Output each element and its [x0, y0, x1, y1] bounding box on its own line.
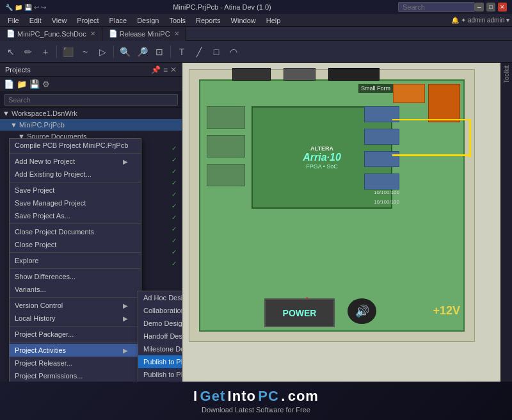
- canvas-area[interactable]: ALTERA Arria·10 FPGA • SoC: [182, 63, 500, 393]
- ctx-add-new[interactable]: Add New to Project ▶: [10, 155, 141, 168]
- close-button[interactable]: ✕: [498, 3, 507, 12]
- ctx-variants[interactable]: Variants...: [10, 283, 141, 296]
- context-menu-project: Compile PCB Project MiniPC.PrjPcb Add Ne…: [9, 138, 141, 393]
- pcb-orange-comp2: [428, 84, 460, 122]
- ctx-milestone-review[interactable]: Milestone Design Review...: [138, 343, 182, 355]
- ctx-close-docs-label: Close Project Documents: [15, 228, 94, 236]
- tab-icon: 📄: [6, 29, 15, 38]
- ctx-show-diff[interactable]: Show Differences...: [10, 270, 141, 283]
- watermark-banner: I Get Into PC . com Download Latest Soft…: [0, 382, 512, 420]
- toolbar-line[interactable]: ╱: [191, 44, 207, 60]
- ctx-packager-label: Project Packager...: [15, 330, 74, 338]
- small-block-right2: [364, 129, 399, 145]
- ctx-publish-select-label: Publish to PLM (user selects)...: [143, 371, 182, 378]
- ctx-activities[interactable]: Project Activities ▶: [10, 344, 141, 357]
- projects-search-input[interactable]: [4, 94, 178, 106]
- tree-workspace-label: Workspace1.DsnWrk: [12, 109, 77, 117]
- watermark-subtext: Download Latest Software for Free: [202, 406, 310, 414]
- check-icon3: ✓: [172, 168, 179, 175]
- ctx-save-managed[interactable]: Save Managed Project: [10, 197, 141, 209]
- ctx-save-as[interactable]: Save Project As...: [10, 209, 141, 222]
- ctx-permissions[interactable]: Project Permissions...: [10, 369, 141, 382]
- small-block-right3: [364, 151, 399, 167]
- proj-save-btn[interactable]: 💾: [29, 79, 40, 89]
- redo-icon[interactable]: ↪: [41, 4, 46, 11]
- menu-edit[interactable]: Edit: [24, 15, 47, 26]
- panel-pin-icon[interactable]: 📌: [151, 65, 161, 74]
- ctx-releaser[interactable]: Project Releaser...: [10, 357, 141, 369]
- toolbar-text[interactable]: T: [173, 44, 190, 60]
- ctx-close-docs[interactable]: Close Project Documents: [10, 225, 141, 238]
- menu-reports[interactable]: Reports: [191, 15, 226, 26]
- menu-project[interactable]: Project: [72, 15, 104, 26]
- menu-place[interactable]: Place: [104, 15, 132, 26]
- ctx-handoff-review[interactable]: Handoff Design Review...: [138, 330, 182, 343]
- tab-close-icon[interactable]: ✕: [90, 30, 95, 37]
- ctx-version-ctrl-label: Version Control: [15, 302, 63, 309]
- toolbar-zoom-in[interactable]: 🔍: [116, 44, 133, 60]
- undo-icon[interactable]: ↩: [34, 4, 39, 11]
- toolkit-label[interactable]: Toolkit: [503, 65, 510, 83]
- ctx-publish-select[interactable]: Publish to PLM (user selects)...: [138, 368, 182, 381]
- pcb-trace-v1: [469, 119, 471, 158]
- save-icon[interactable]: 💾: [24, 4, 32, 11]
- tab-release-minipc[interactable]: 📄 Release MiniPC ✕: [102, 27, 186, 41]
- tab-minpc-func[interactable]: 📄 MiniPC_Func.SchDoc ✕: [0, 27, 102, 41]
- ctx-adhoc-label: Ad Hoc Design Review...: [143, 294, 182, 302]
- toolbar-net[interactable]: ~: [77, 44, 93, 60]
- toolbar-fit[interactable]: ⊡: [151, 44, 168, 60]
- projects-panel: Projects 📌 ≡ ✕ 📄 📁 💾 ⚙ ▼ Workspace1.DsnW…: [0, 63, 182, 393]
- toolbar-arc[interactable]: ◠: [225, 44, 242, 60]
- proj-folder-btn[interactable]: 📁: [17, 79, 27, 89]
- ctx-adhoc-review[interactable]: Ad Hoc Design Review...: [138, 291, 182, 304]
- ctx-sep7: [10, 326, 141, 327]
- toolbar-component[interactable]: ⬛: [60, 44, 76, 60]
- ctx-close-project[interactable]: Close Project: [10, 238, 141, 251]
- user-info[interactable]: 🔔 ✦ admin admin ▾: [451, 17, 509, 24]
- check-icon5: ✓: [172, 191, 179, 198]
- ctx-local-history[interactable]: Local History ▶: [10, 312, 141, 325]
- maximize-button[interactable]: □: [486, 3, 495, 12]
- menu-view[interactable]: View: [47, 15, 72, 26]
- file-open-icon[interactable]: 📁: [15, 4, 22, 11]
- ctx-explore[interactable]: Explore: [10, 254, 141, 267]
- panel-close-icon[interactable]: ✕: [170, 65, 177, 74]
- proj-new-btn[interactable]: 📄: [4, 79, 14, 89]
- tab-close-icon2[interactable]: ✕: [174, 30, 179, 37]
- proj-settings-btn[interactable]: ⚙: [42, 79, 50, 89]
- chip-name: Arria·10: [303, 152, 341, 163]
- toolbar-zoom-out[interactable]: 🔎: [134, 44, 150, 60]
- toolbar-port[interactable]: ▷: [94, 44, 111, 60]
- watermark-logo-line: I Get Into PC . com: [193, 388, 319, 405]
- ctx-packager[interactable]: Project Packager...: [10, 328, 141, 341]
- ctx-compile[interactable]: Compile PCB Project MiniPC.PrjPcb: [10, 139, 141, 152]
- menu-help[interactable]: Help: [261, 15, 286, 26]
- pcb-small-form-label: Small Form: [358, 84, 393, 93]
- ctx-save-project-label: Save Project: [15, 186, 54, 194]
- ctx-version-ctrl[interactable]: Version Control ▶: [10, 299, 141, 312]
- ctx-demo-review[interactable]: Demo Design Review...: [138, 317, 182, 330]
- toolbar-rect[interactable]: □: [208, 44, 225, 60]
- toolbar-place[interactable]: +: [37, 44, 54, 60]
- global-search-input[interactable]: [398, 2, 475, 12]
- tree-minipc[interactable]: ▼ MiniPC.PrjPcb: [0, 119, 182, 131]
- ctx-add-existing[interactable]: Add Existing to Project...: [10, 168, 141, 181]
- menu-window[interactable]: Window: [226, 15, 261, 26]
- menu-design[interactable]: Design: [132, 15, 164, 26]
- tab-icon2: 📄: [109, 29, 118, 38]
- tree-workspace[interactable]: ▼ Workspace1.DsnWrk: [0, 108, 182, 119]
- panel-menu-icon[interactable]: ≡: [163, 65, 168, 74]
- menu-tools[interactable]: Tools: [164, 15, 191, 26]
- menu-file[interactable]: File: [3, 15, 24, 26]
- window-title: MiniPC.PrjPcb - Atina Dev (1.0): [46, 3, 398, 11]
- ctx-publish-latest[interactable]: Publish to PLM (Latest)...: [138, 355, 182, 368]
- toolbar-wire[interactable]: ✏: [20, 44, 36, 60]
- toolbar-select[interactable]: ↖: [3, 44, 19, 60]
- pcb-trace-h2: [392, 119, 469, 120]
- pcb-connector-top2: [284, 68, 316, 81]
- ctx-handoff-label: Handoff Design Review...: [143, 332, 182, 340]
- minimize-button[interactable]: ─: [475, 3, 484, 12]
- ctx-collab[interactable]: Collaboration...: [138, 304, 182, 317]
- ctx-save-project[interactable]: Save Project: [10, 184, 141, 197]
- ctx-sep3: [10, 223, 141, 224]
